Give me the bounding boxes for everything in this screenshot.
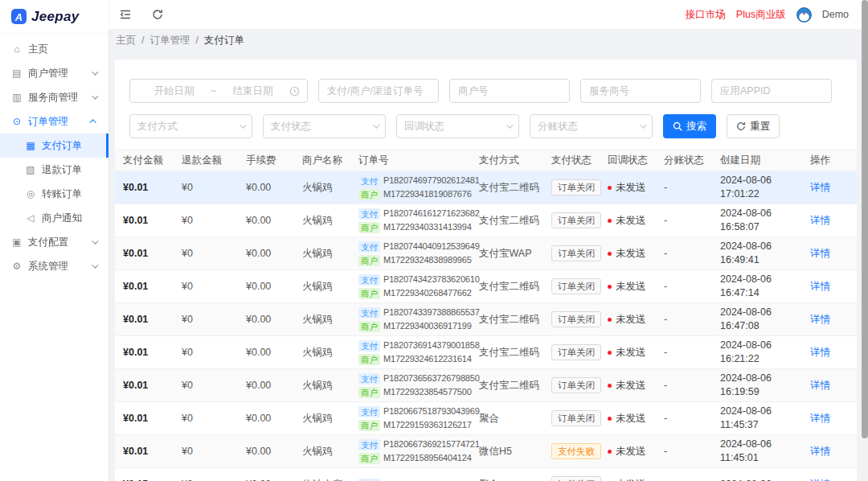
pay-order-no[interactable]: P1820744040912539649 bbox=[383, 240, 480, 253]
table-row: ¥0.01¥0¥0.00火锅鸡支付P1820667518793043969商户M… bbox=[115, 402, 857, 435]
appid-input[interactable]: 应用APPID bbox=[711, 79, 832, 103]
scrollbar-thumb[interactable] bbox=[862, 0, 868, 438]
pay-order-no[interactable]: P1820736914379001858 bbox=[383, 339, 480, 352]
detail-link[interactable]: 详情 bbox=[810, 380, 830, 391]
pay-order-no-line: 支付P1820736563726798850 bbox=[358, 372, 474, 385]
pay-order-no-line: 支付P1820667369215774721 bbox=[358, 438, 474, 451]
pay-order-no[interactable]: P1820736563726798850 bbox=[383, 372, 480, 385]
cell-refund-amount: ¥0 bbox=[182, 314, 246, 325]
sidebar-item-order-mgmt[interactable]: ⊙订单管理 bbox=[0, 109, 108, 134]
sidebar-item-refund-orders[interactable]: ▧退款订单 bbox=[0, 158, 108, 182]
red-dot-icon bbox=[608, 417, 612, 421]
table-row: ¥0.01¥0¥0.00火锅鸡支付P1820746977902612481商户M… bbox=[115, 171, 857, 204]
column-header: 支付状态 bbox=[551, 154, 608, 167]
table-row: ¥0.01¥0¥0.00火锅鸡支付P1820736563726798850商户M… bbox=[115, 369, 857, 402]
mch-order-no[interactable]: M17229341819087676 bbox=[383, 187, 472, 201]
breadcrumb-item[interactable]: 主页 bbox=[116, 34, 136, 47]
callback-state-text: 未发送 bbox=[616, 379, 646, 393]
pay-order-no[interactable]: P1820743397388865537 bbox=[383, 306, 480, 319]
mch-order-tag: 商户 bbox=[358, 354, 380, 365]
reset-button-label: 重置 bbox=[750, 120, 770, 134]
sidebar-item-transfer-orders[interactable]: ◎转账订单 bbox=[0, 182, 108, 206]
created-time: 17:01:22 bbox=[720, 187, 805, 201]
date-range-picker[interactable]: 开始日期 ~ 结束日期 bbox=[129, 79, 308, 103]
plus-edition-link[interactable]: Plus商业版 bbox=[736, 8, 786, 22]
callback-status-select[interactable]: 回调状态 bbox=[396, 114, 519, 138]
order-no-input[interactable]: 支付/商户/渠道订单号 bbox=[318, 79, 439, 103]
date-start-placeholder[interactable]: 开始日期 bbox=[137, 84, 211, 98]
pay-order-no-line: 支付P1820736914379001858 bbox=[358, 339, 474, 352]
isv-no-input[interactable]: 服务商号 bbox=[580, 79, 701, 103]
sidebar-item-merchant-mgmt[interactable]: ▤商户管理 bbox=[0, 61, 108, 85]
cell-callback-state: 未发送 bbox=[608, 478, 664, 481]
red-dot-icon bbox=[608, 252, 612, 256]
cell-action: 详情 bbox=[810, 379, 849, 393]
mch-order-no[interactable]: M17229158956404124 bbox=[383, 451, 472, 465]
breadcrumb-item[interactable]: 订单管理 bbox=[149, 34, 190, 47]
mch-order-no[interactable]: M17229159363126217 bbox=[383, 418, 472, 432]
pay-order-no[interactable]: P1820743423783620610 bbox=[383, 273, 480, 286]
sidebar-item-merchant-notify[interactable]: ◁商户通知 bbox=[0, 206, 108, 230]
cell-pay-amount: ¥0.01 bbox=[123, 413, 182, 424]
column-header: 商户名称 bbox=[302, 154, 358, 167]
pay-way-select[interactable]: 支付方式 bbox=[129, 114, 252, 138]
sidebar-item-pay-config[interactable]: ▣支付配置 bbox=[0, 230, 108, 254]
created-date: 2024-08-06 bbox=[720, 438, 805, 451]
detail-link[interactable]: 详情 bbox=[810, 281, 830, 292]
cell-pay-way: 聚合 bbox=[479, 478, 551, 481]
sidebar-item-pay-orders[interactable]: ▦支付订单 bbox=[0, 134, 108, 158]
cell-callback-state: 未发送 bbox=[608, 181, 664, 195]
pay-order-no[interactable]: P1820500751038828545 bbox=[383, 478, 480, 481]
detail-link[interactable]: 详情 bbox=[810, 347, 830, 358]
mch-order-no-line: 商户M17229324612231614 bbox=[358, 352, 474, 366]
sidebar-item-isv-mgmt[interactable]: ▥服务商管理 bbox=[0, 85, 108, 109]
refresh-icon[interactable] bbox=[152, 9, 163, 20]
detail-link[interactable]: 详情 bbox=[810, 248, 830, 259]
detail-link[interactable]: 详情 bbox=[810, 314, 830, 325]
sidebar-item-system-mgmt[interactable]: ⚙系统管理 bbox=[0, 254, 108, 278]
pay-order-no[interactable]: P1820667369215774721 bbox=[383, 438, 480, 451]
pay-status-select[interactable]: 支付状态 bbox=[263, 114, 386, 138]
brand-logo[interactable]: A Jeepay bbox=[0, 0, 108, 34]
column-header: 创建日期 bbox=[720, 154, 810, 167]
cell-division-state: - bbox=[664, 215, 720, 226]
mch-order-no[interactable]: M17229323854577500 bbox=[383, 385, 472, 399]
menu-collapse-icon[interactable] bbox=[120, 9, 131, 20]
mch-order-no[interactable]: M17229324612231614 bbox=[383, 352, 472, 366]
cell-pay-way: 微信H5 bbox=[479, 445, 551, 458]
red-dot-icon bbox=[608, 219, 612, 223]
cell-pay-state: 订单关闭 bbox=[551, 245, 608, 261]
sidebar-item-home[interactable]: ⌂主页 bbox=[0, 37, 108, 61]
pay-state-tag: 订单关闭 bbox=[551, 311, 601, 327]
detail-link[interactable]: 详情 bbox=[810, 479, 830, 481]
detail-link[interactable]: 详情 bbox=[810, 215, 830, 226]
avatar[interactable] bbox=[796, 7, 812, 23]
search-button[interactable]: 搜索 bbox=[663, 114, 716, 138]
username[interactable]: Demo bbox=[822, 9, 849, 20]
created-date: 2024-08-06 bbox=[720, 306, 805, 319]
reset-button[interactable]: 重置 bbox=[727, 114, 780, 138]
cell-refund-amount: ¥0 bbox=[182, 380, 246, 391]
mch-order-no[interactable]: M17229324838989965 bbox=[383, 253, 472, 267]
api-market-link[interactable]: 接口市场 bbox=[686, 8, 726, 22]
merchant-no-input[interactable]: 商户号 bbox=[449, 79, 570, 103]
pay-order-no[interactable]: P1820667518793043969 bbox=[383, 405, 480, 418]
detail-link[interactable]: 详情 bbox=[810, 182, 830, 193]
cell-order-no: 支付P1820667518793043969商户M172291593631262… bbox=[358, 405, 479, 432]
detail-link[interactable]: 详情 bbox=[810, 413, 830, 424]
mch-order-no[interactable]: M17229340268477662 bbox=[383, 286, 472, 300]
table-row: ¥0.01¥0¥0.00火锅鸡支付P1820667369215774721商户M… bbox=[115, 435, 857, 468]
cell-fee: ¥0.00 bbox=[246, 248, 302, 259]
cell-action: 详情 bbox=[810, 247, 849, 261]
date-end-placeholder[interactable]: 结束日期 bbox=[216, 84, 289, 98]
pay-order-tag: 支付 bbox=[358, 241, 380, 253]
pay-order-no[interactable]: P1820746977902612481 bbox=[383, 174, 480, 187]
pay-state-tag: 支付失败 bbox=[551, 443, 601, 459]
mch-order-no[interactable]: M17229340036917199 bbox=[383, 319, 472, 333]
pay-order-no[interactable]: P1820746161271623682 bbox=[383, 207, 480, 220]
division-status-select[interactable]: 分账状态 bbox=[530, 114, 653, 138]
vertical-scrollbar[interactable] bbox=[862, 0, 868, 481]
detail-link[interactable]: 详情 bbox=[810, 446, 830, 457]
mch-order-no[interactable]: M17229340331413994 bbox=[383, 220, 472, 234]
cell-pay-state: 订单关闭 bbox=[551, 179, 608, 195]
